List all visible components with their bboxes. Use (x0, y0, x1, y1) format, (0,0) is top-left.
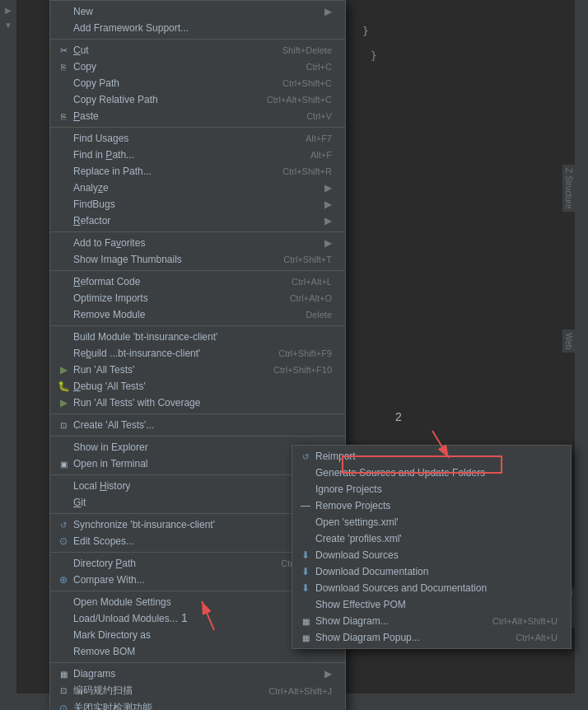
code-brace: } (362, 25, 369, 37)
separator-4 (50, 270, 345, 271)
menu-item-run-with-coverage[interactable]: ▶ Run 'All Tests' with Coverage (50, 395, 345, 411)
diagram-icon: ▦ (299, 617, 312, 626)
menu-item-replace-in-path[interactable]: Replace in Path... Ctrl+Shift+R (50, 163, 345, 180)
submenu-item-ignore-projects[interactable]: Ignore Projects (292, 481, 571, 497)
separator-7 (50, 436, 345, 437)
menu-item-findbugs[interactable]: FindBugs ▶ (50, 196, 345, 213)
tab-structure[interactable]: Z Structure (562, 165, 575, 212)
biansao-icon: ⊡ (57, 686, 70, 695)
menu-item-run-all-tests[interactable]: ▶ Run 'All Tests' Ctrl+Shift+F10 (50, 362, 345, 378)
annotation-1: 1 (181, 611, 188, 624)
submenu-item-download-sources[interactable]: ⬇ Download Sources (292, 547, 571, 563)
separator-3 (50, 231, 345, 232)
menu-item-find-usages[interactable]: Find Usages Alt+F7 (50, 130, 345, 147)
menu-item-refactor[interactable]: Refactor ▶ (50, 213, 345, 229)
debug-icon: 🐛 (57, 381, 70, 392)
menu-item-debug-all-tests[interactable]: 🐛 Debug 'All Tests' (50, 378, 345, 395)
separator-12 (50, 662, 345, 663)
tab-web[interactable]: Web (562, 329, 575, 353)
menu-item-copy-path[interactable]: Copy Path Ctrl+Shift+C (50, 75, 345, 91)
menu-item-analyze[interactable]: Analyze ▶ (50, 180, 345, 196)
remove-icon: — (299, 500, 312, 511)
submenu-item-open-settings-xml[interactable]: Open 'settings.xml' (292, 514, 571, 530)
sidebar-toggle[interactable]: ▶ (2, 3, 15, 16)
download-sources-icon: ⬇ (299, 549, 312, 561)
menu-item-cut[interactable]: ✂ Cut Shift+Delete (50, 42, 345, 58)
right-sidebar (575, 0, 588, 710)
menu-item-find-in-path[interactable]: Find in Path... Alt+F (50, 147, 345, 163)
maven-submenu: ↺ Reimport Generate Sources and Update F… (292, 445, 572, 649)
submenu-item-download-documentation[interactable]: ⬇ Download Documentation (292, 563, 571, 580)
realtime-icon: ⊙ (57, 703, 70, 711)
submenu-item-download-sources-and-docs[interactable]: ⬇ Download Sources and Documentation (292, 580, 571, 596)
submenu-item-create-profiles-xml[interactable]: Create 'profiles.xml' (292, 530, 571, 547)
menu-item-paste[interactable]: ⎘ Paste Ctrl+V (50, 108, 345, 124)
code-brace2: } (371, 49, 377, 62)
separator-5 (50, 325, 345, 326)
submenu-item-show-diagram-popup[interactable]: ▦ Show Diagram Popup... Ctrl+Alt+U (292, 629, 571, 646)
left-sidebar: ▶ ▼ (0, 0, 16, 710)
separator-6 (50, 413, 345, 414)
menu-item-add-framework[interactable]: Add Framework Support... (50, 20, 345, 36)
submenu-item-reimport[interactable]: ↺ Reimport (292, 448, 571, 465)
menu-item-create-all-tests[interactable]: ⊡ Create 'All Tests'... (50, 417, 345, 433)
download-docs-icon: ⬇ (299, 566, 312, 577)
sync-icon: ↺ (57, 521, 70, 530)
submenu-item-show-effective-pom[interactable]: Show Effective POM (292, 596, 571, 613)
separator-1 (50, 39, 345, 40)
menu-item-copy-relative-path[interactable]: Copy Relative Path Ctrl+Alt+Shift+C (50, 91, 345, 108)
menu-item-new[interactable]: New ▶ (50, 3, 345, 20)
diagrams-icon: ▦ (57, 670, 70, 679)
paste-icon: ⎘ (57, 112, 70, 121)
copy-icon: ⎘ (57, 63, 70, 72)
menu-item-build-module[interactable]: Build Module 'bt-insurance-client' (50, 329, 345, 345)
diagram-popup-icon: ▦ (299, 633, 312, 642)
download-all-icon: ⬇ (299, 582, 312, 594)
annotation-2: 2 (395, 410, 402, 423)
menu-item-show-image-thumbnails[interactable]: Show Image Thumbnails Ctrl+Shift+T (50, 251, 345, 268)
menu-item-remove-module[interactable]: Remove Module Delete (50, 306, 345, 323)
menu-item-biansao[interactable]: ⊡ 编码规约扫描 Ctrl+Alt+Shift+J (50, 682, 345, 699)
menu-item-copy[interactable]: ⎘ Copy Ctrl+C (50, 58, 345, 75)
menu-item-optimize-imports[interactable]: Optimize Imports Ctrl+Alt+O (50, 290, 345, 306)
compare-icon: ⊕ (57, 574, 70, 586)
separator-2 (50, 127, 345, 128)
cut-icon: ✂ (57, 45, 70, 56)
terminal-icon: ▣ (57, 460, 70, 469)
submenu-item-generate-sources[interactable]: Generate Sources and Update Folders (292, 465, 571, 481)
submenu-item-show-diagram[interactable]: ▦ Show Diagram... Ctrl+Alt+Shift+U (292, 613, 571, 629)
scopes-icon: ⊙ (57, 535, 70, 547)
run-icon: ▶ (57, 364, 70, 376)
menu-item-diagrams[interactable]: ▦ Diagrams ▶ (50, 666, 345, 682)
menu-item-reformat-code[interactable]: Reformat Code Ctrl+Alt+L (50, 273, 345, 290)
menu-item-close-realtime[interactable]: ⊙ 关闭实时检测功能 (50, 699, 345, 710)
test-icon: ⊡ (57, 421, 70, 430)
coverage-icon: ▶ (57, 397, 70, 409)
sidebar-toggle2[interactable]: ▼ (2, 18, 15, 31)
menu-item-add-to-favorites[interactable]: Add to Favorites ▶ (50, 235, 345, 251)
reimport-icon: ↺ (299, 452, 312, 461)
submenu-item-remove-projects[interactable]: — Remove Projects (292, 497, 571, 514)
menu-item-rebuild[interactable]: Rebuild ...bt-insurance-client' Ctrl+Shi… (50, 345, 345, 362)
